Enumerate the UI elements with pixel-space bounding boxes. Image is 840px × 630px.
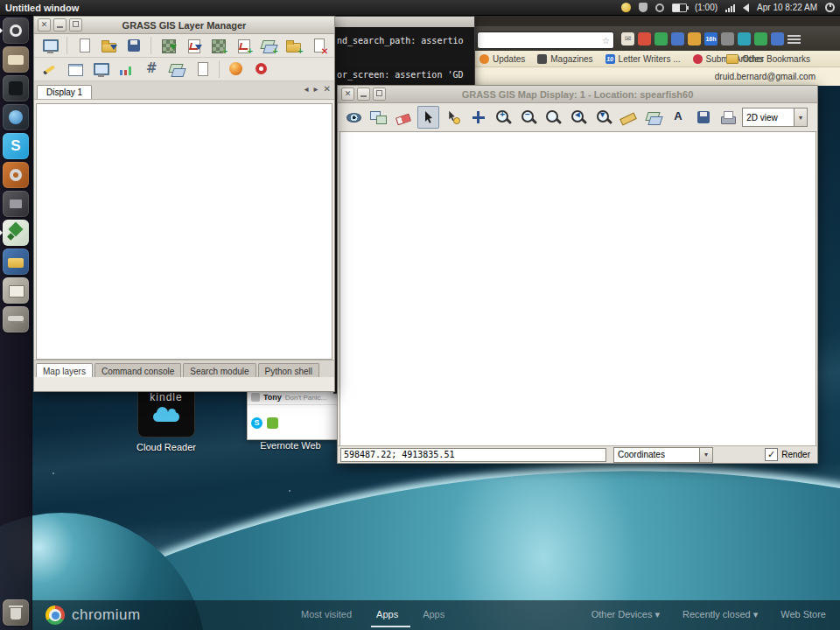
extension-icon[interactable]	[688, 32, 701, 46]
calendar-badge-icon[interactable]: 16h	[704, 32, 718, 46]
network-signal-icon[interactable]	[725, 4, 735, 12]
show-display-button[interactable]	[342, 106, 365, 129]
query-tool-button[interactable]	[442, 106, 465, 129]
zoom-extent-button[interactable]	[542, 106, 565, 129]
new-display-button[interactable]	[38, 34, 61, 57]
extension-icon[interactable]	[738, 32, 751, 46]
launcher-item-settings[interactable]	[3, 162, 29, 188]
bookmark-star-icon[interactable]: ☆	[602, 36, 613, 46]
launcher-item-files[interactable]	[3, 46, 29, 73]
bookmark-letter-writers[interactable]: 10 Letter Writers ...	[606, 54, 681, 64]
save-display-button[interactable]	[692, 106, 715, 129]
tab-command-console[interactable]: Command console	[94, 363, 181, 378]
print-map-button[interactable]	[718, 106, 740, 129]
render-map-button[interactable]	[368, 106, 390, 129]
zoom-back-button[interactable]: ◂	[567, 106, 590, 129]
address-bar[interactable]: ☆	[477, 32, 614, 49]
raster-calculator-button[interactable]	[140, 58, 163, 80]
open-workspace-button[interactable]	[97, 34, 120, 57]
new-workspace-button[interactable]	[73, 34, 95, 57]
maximize-button[interactable]	[69, 18, 82, 32]
close-button[interactable]: ✕	[38, 18, 51, 32]
battery-icon[interactable]	[672, 4, 687, 12]
help-button[interactable]	[250, 58, 273, 80]
import-raster-button[interactable]	[157, 34, 179, 57]
sync-indicator-icon[interactable]	[655, 4, 664, 12]
extension-icon[interactable]	[671, 32, 684, 46]
launcher-item-software[interactable]	[3, 191, 29, 217]
extension-icon[interactable]	[771, 32, 784, 46]
launcher-item-screenshot[interactable]	[3, 75, 29, 102]
map-canvas[interactable]	[340, 131, 816, 446]
launcher-item-skype[interactable]: S	[3, 133, 29, 159]
volume-icon[interactable]	[743, 4, 749, 12]
tab-search-module[interactable]: Search module	[183, 363, 256, 378]
statusbar-mode-select[interactable]: Coordinates ▾	[613, 447, 713, 463]
battery-time-label[interactable]: (1:00)	[695, 3, 718, 12]
layer-manager-titlebar[interactable]: ✕ GRASS GIS Layer Manager	[34, 17, 334, 34]
kindle-cloud-reader-shortcut[interactable]: kindle Cloud Reader	[131, 382, 201, 452]
tab-next-icon[interactable]: ▸	[314, 84, 318, 94]
launcher-item-dash[interactable]	[3, 18, 29, 44]
maximize-button[interactable]	[373, 88, 386, 101]
tab-close-icon[interactable]: ✕	[324, 84, 331, 94]
security-indicator-icon[interactable]	[639, 3, 648, 12]
add-vector-layer-button[interactable]: +	[232, 34, 255, 57]
zoom-out-button[interactable]: −	[517, 106, 540, 129]
pointer-tool-button[interactable]	[417, 106, 440, 129]
zoom-in-button[interactable]: +	[492, 106, 514, 129]
extension-icon[interactable]	[638, 32, 651, 46]
other-devices-link[interactable]: Other Devices ▾	[592, 609, 660, 620]
add-group-button[interactable]: +	[283, 34, 305, 57]
tab-apps[interactable]: Apps	[376, 609, 398, 620]
view-mode-select[interactable]: 2D view ▾	[742, 108, 808, 127]
bookmark-magazines[interactable]: Magazines	[537, 54, 592, 64]
map-display-titlebar[interactable]: ✕ GRASS GIS Map Display: 1 - Location: s…	[338, 86, 817, 103]
erase-display-button[interactable]	[392, 106, 415, 129]
bookmark-updates[interactable]: Updates	[480, 54, 525, 64]
minimize-button[interactable]	[53, 18, 66, 32]
launcher-item-disks[interactable]	[3, 306, 29, 332]
skype-icon[interactable]: S	[251, 417, 262, 429]
graphical-modeler-button[interactable]	[165, 58, 188, 80]
edit-vector-button[interactable]	[38, 58, 61, 80]
tab-apps-2[interactable]: Apps	[423, 609, 444, 620]
new-display-small-button[interactable]	[89, 58, 112, 80]
launcher-item-file-manager[interactable]	[3, 248, 29, 275]
evernote-web-label[interactable]: Evernote Web	[242, 440, 339, 451]
georectifier-button[interactable]	[225, 58, 248, 80]
histogram-button[interactable]	[115, 58, 137, 80]
contact-row[interactable]: Tony Don't Panic...	[248, 390, 337, 405]
script-button[interactable]	[191, 58, 214, 80]
import-vector-button[interactable]	[182, 34, 205, 57]
other-bookmarks-button[interactable]: Other Bookmarks	[726, 54, 810, 64]
extension-icon[interactable]	[754, 32, 767, 46]
tab-map-layers[interactable]: Map layers	[36, 363, 93, 378]
web-store-link[interactable]: Web Store	[780, 609, 826, 620]
analyze-map-button[interactable]	[617, 106, 640, 129]
save-workspace-button[interactable]	[122, 34, 145, 57]
remove-layer-button[interactable]: ✕	[307, 34, 330, 57]
clock-label[interactable]: Apr 10 8:22 AM	[757, 3, 817, 12]
attribute-table-button[interactable]	[64, 58, 87, 80]
account-email[interactable]: druid.bernard@gmail.com	[715, 72, 816, 81]
terminal-titlebar[interactable]	[334, 17, 474, 27]
settings-extension-icon[interactable]	[721, 32, 734, 46]
evernote-icon[interactable]	[267, 417, 278, 429]
add-multiple-layers-button[interactable]: +	[257, 34, 280, 57]
add-raster-layer-button[interactable]: +	[206, 34, 229, 57]
session-menu-icon[interactable]	[825, 3, 835, 12]
tab-display-1[interactable]: Display 1	[37, 85, 92, 99]
minimize-button[interactable]	[357, 88, 370, 101]
tab-most-visited[interactable]: Most visited	[301, 609, 352, 620]
launcher-item-grass-gis[interactable]	[3, 220, 29, 246]
browser-menu-icon[interactable]	[788, 32, 801, 46]
zoom-options-button[interactable]: ▾	[592, 106, 615, 129]
pan-tool-button[interactable]	[467, 106, 490, 129]
launcher-item-trash[interactable]	[3, 599, 29, 626]
render-checkbox[interactable]: ✓	[765, 448, 778, 461]
layer-tree-panel[interactable]	[36, 103, 332, 360]
recently-closed-link[interactable]: Recently closed ▾	[682, 609, 758, 620]
tab-prev-icon[interactable]: ◂	[304, 84, 309, 94]
mail-extension-icon[interactable]: ✉	[621, 32, 634, 46]
